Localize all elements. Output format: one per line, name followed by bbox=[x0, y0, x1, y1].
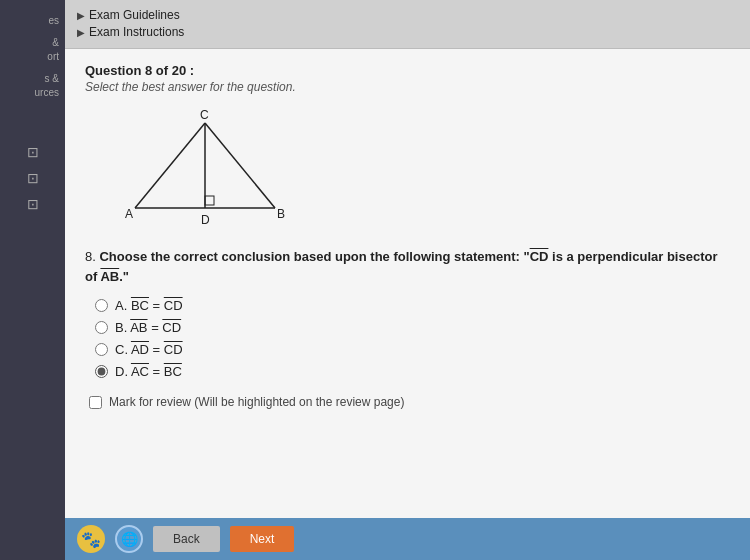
radio-d[interactable] bbox=[95, 365, 108, 378]
svg-text:A: A bbox=[125, 207, 133, 221]
content-area: Question 8 of 20 : Select the best answe… bbox=[65, 49, 750, 518]
option-a[interactable]: A. BC = CD bbox=[95, 298, 730, 313]
back-button[interactable]: Back bbox=[153, 526, 220, 552]
sidebar-icon-3[interactable]: ⊡ bbox=[27, 196, 39, 212]
option-c-label: C. AD = CD bbox=[115, 342, 183, 357]
question-number: 8. bbox=[85, 249, 96, 264]
top-nav: ▶ Exam Guidelines ▶ Exam Instructions bbox=[65, 0, 750, 49]
radio-b[interactable] bbox=[95, 321, 108, 334]
mark-review-checkbox[interactable] bbox=[89, 396, 102, 409]
statement-ab: AB bbox=[100, 269, 119, 284]
next-button[interactable]: Next bbox=[230, 526, 295, 552]
bottom-icon-star: 🐾 bbox=[77, 525, 105, 553]
question-subtext: Select the best answer for the question. bbox=[85, 80, 730, 94]
mark-review-label: Mark for review (Will be highlighted on … bbox=[109, 395, 404, 409]
svg-text:C: C bbox=[200, 108, 209, 122]
option-b[interactable]: B. AB = CD bbox=[95, 320, 730, 335]
sidebar: es & ort s & urces ⊡ ⊡ ⊡ bbox=[0, 0, 65, 560]
svg-line-2 bbox=[205, 123, 275, 208]
option-d[interactable]: D. AC = BC bbox=[95, 364, 730, 379]
triangle-diagram: A B C D bbox=[105, 108, 305, 231]
bottom-icon-info: 🌐 bbox=[115, 525, 143, 553]
option-a-label: A. BC = CD bbox=[115, 298, 183, 313]
option-d-label: D. AC = BC bbox=[115, 364, 182, 379]
sidebar-text-2: & ort bbox=[0, 32, 65, 68]
arrow-icon-instructions: ▶ bbox=[77, 27, 85, 38]
radio-a[interactable] bbox=[95, 299, 108, 312]
nav-instructions-label: Exam Instructions bbox=[89, 25, 184, 39]
mark-review-row[interactable]: Mark for review (Will be highlighted on … bbox=[85, 395, 730, 409]
sidebar-text-1: es bbox=[0, 10, 65, 32]
nav-item-instructions[interactable]: ▶ Exam Instructions bbox=[77, 25, 738, 39]
statement-close: ." bbox=[119, 269, 129, 284]
answer-options: A. BC = CD B. AB = CD C. AD = CD D. AC =… bbox=[85, 298, 730, 379]
svg-text:B: B bbox=[277, 207, 285, 221]
bottom-bar: 🐾 🌐 Back Next bbox=[65, 518, 750, 560]
sidebar-text-3: s & urces bbox=[0, 68, 65, 104]
sidebar-icon-1[interactable]: ⊡ bbox=[27, 144, 39, 160]
option-b-label: B. AB = CD bbox=[115, 320, 181, 335]
question-header: Question 8 of 20 : bbox=[85, 63, 730, 78]
arrow-icon-guidelines: ▶ bbox=[77, 10, 85, 21]
main-panel: ▶ Exam Guidelines ▶ Exam Instructions Qu… bbox=[65, 0, 750, 560]
svg-text:D: D bbox=[201, 213, 210, 227]
nav-item-guidelines[interactable]: ▶ Exam Guidelines bbox=[77, 8, 738, 22]
svg-rect-4 bbox=[205, 196, 214, 205]
statement-cd: CD bbox=[530, 249, 549, 264]
radio-c[interactable] bbox=[95, 343, 108, 356]
sidebar-icon-2[interactable]: ⊡ bbox=[27, 170, 39, 186]
svg-line-1 bbox=[135, 123, 205, 208]
option-c[interactable]: C. AD = CD bbox=[95, 342, 730, 357]
sidebar-icons: ⊡ ⊡ ⊡ bbox=[27, 144, 39, 212]
question-body: Choose the correct conclusion based upon… bbox=[99, 249, 529, 264]
nav-guidelines-label: Exam Guidelines bbox=[89, 8, 180, 22]
question-text: 8. Choose the correct conclusion based u… bbox=[85, 247, 730, 286]
